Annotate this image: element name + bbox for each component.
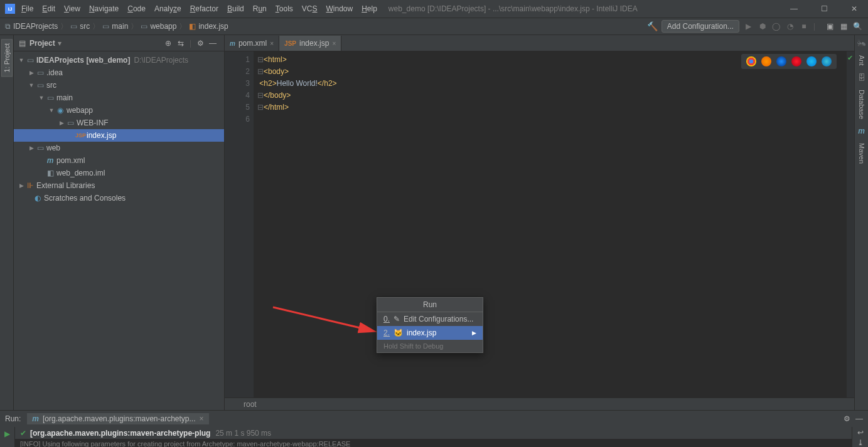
tree-item-scratches[interactable]: ◐ Scratches and Consoles: [14, 192, 224, 204]
right-tool-strip: 🐜 Ant 🗄 Database m Maven: [854, 35, 868, 410]
edit-icon: ✎: [394, 315, 400, 323]
search-everywhere-icon[interactable]: 🔍: [852, 22, 863, 31]
tree-item-main[interactable]: ▼ ▭ main: [14, 92, 224, 104]
tab-pom[interactable]: m pom.xml ×: [225, 36, 279, 51]
popup-title: Run: [377, 298, 483, 312]
edge-icon[interactable]: [822, 56, 832, 66]
close-tab-icon[interactable]: ×: [332, 40, 336, 47]
jsp-file-icon: JSP: [75, 132, 85, 139]
tree-twisty-icon[interactable]: ▼: [38, 95, 45, 101]
menu-file[interactable]: File: [21, 4, 33, 13]
editor-breadcrumb-item[interactable]: root: [244, 400, 257, 409]
console-output[interactable]: [INFO] Using following parameters for cr…: [15, 439, 852, 447]
tree-item-src[interactable]: ▼ ▭ src: [14, 79, 224, 92]
breadcrumb-item[interactable]: IDEAProjects: [13, 22, 58, 31]
run-task-tab[interactable]: m [org.apache.maven.plugins:maven-archet…: [27, 413, 208, 424]
tree-twisty-icon[interactable]: ▶: [58, 120, 65, 126]
project-panel-title[interactable]: Project: [29, 39, 55, 48]
ant-tool-icon[interactable]: 🐜: [857, 39, 866, 48]
opera-icon[interactable]: [791, 56, 801, 66]
run-console: ▶ ✔ [org.apache.maven.plugins:maven-arch…: [0, 427, 868, 447]
hide-panel-icon[interactable]: —: [206, 39, 219, 48]
stop-icon[interactable]: ■: [798, 22, 810, 31]
project-tool-tab[interactable]: 1: Project: [1, 39, 13, 76]
menu-view[interactable]: View: [64, 4, 80, 13]
maven-tool-icon[interactable]: m: [858, 127, 865, 135]
menu-analyze[interactable]: Analyze: [154, 4, 181, 13]
tree-twisty-icon[interactable]: ▼: [48, 107, 55, 113]
run-config-dropdown[interactable]: Add Configuration...: [662, 20, 739, 33]
rerun-icon[interactable]: ▶: [4, 429, 10, 438]
tree-item-external[interactable]: ▶ ⊪ External Libraries: [14, 179, 224, 192]
tree-item-idea[interactable]: ▶ ▭ .idea: [14, 66, 224, 79]
tree-twisty-icon[interactable]: ▼: [18, 57, 25, 63]
code-editor[interactable]: 1 2 3 4 5 6 ⊟<html> ⊟<body> <h2>Hello Wo…: [225, 51, 854, 397]
tree-twisty-icon[interactable]: ▼: [28, 82, 35, 88]
breadcrumb-item[interactable]: webapp: [150, 22, 176, 31]
titlebar: IJ File Edit View Navigate Code Analyze …: [0, 0, 868, 18]
editor-tabs: m pom.xml × JSP index.jsp ×: [225, 35, 854, 51]
firefox-icon[interactable]: [761, 56, 771, 66]
menu-edit[interactable]: Edit: [42, 4, 55, 13]
minimize-button[interactable]: —: [785, 4, 803, 13]
chevron-down-icon[interactable]: ▾: [58, 39, 62, 48]
popup-run-indexjsp[interactable]: 2. 🐱 index.jsp ▶: [377, 326, 483, 340]
menu-code[interactable]: Code: [127, 4, 146, 13]
select-target-icon[interactable]: ⊕: [162, 39, 174, 48]
close-tab-icon[interactable]: ×: [200, 414, 204, 423]
menu-tools[interactable]: Tools: [276, 4, 293, 13]
menu-vcs[interactable]: VCS: [302, 4, 318, 13]
database-tool-tab[interactable]: Database: [857, 86, 867, 123]
close-tab-icon[interactable]: ×: [270, 40, 274, 47]
menu-refactor[interactable]: Refactor: [190, 4, 218, 13]
maven-file-icon: m: [32, 414, 39, 423]
ant-tool-tab[interactable]: Ant: [857, 51, 867, 70]
jsp-file-icon: JSP: [284, 40, 296, 47]
breadcrumb-item[interactable]: main: [112, 22, 128, 31]
database-tool-icon[interactable]: 🗄: [858, 73, 865, 82]
menu-run[interactable]: Run: [253, 4, 267, 13]
settings-icon[interactable]: ▦: [838, 22, 849, 31]
gear-icon[interactable]: ⚙: [194, 39, 206, 48]
expand-all-icon[interactable]: ⇆: [174, 39, 187, 48]
menu-window[interactable]: Window: [326, 4, 353, 13]
code-content[interactable]: ⊟<html> ⊟<body> <h2>Hello World!</h2> ⊟<…: [254, 51, 847, 397]
tree-item-webinf[interactable]: ▶ ▭ WEB-INF: [14, 117, 224, 129]
gear-icon[interactable]: ⚙: [844, 414, 850, 423]
tree-twisty-icon[interactable]: ▶: [28, 145, 35, 151]
tree-item-pom[interactable]: m pom.xml: [14, 154, 224, 167]
run-icon[interactable]: ▶: [743, 22, 754, 31]
maven-tool-tab[interactable]: Maven: [857, 139, 867, 167]
tree-twisty-icon[interactable]: ▶: [28, 70, 35, 76]
debug-icon[interactable]: ⬢: [757, 22, 768, 31]
scroll-to-end-icon[interactable]: ⤓: [857, 438, 864, 447]
popup-edit-configurations[interactable]: 0. ✎ Edit Configurations...: [377, 312, 483, 326]
coverage-icon[interactable]: ◯: [771, 22, 782, 31]
safari-icon[interactable]: [776, 56, 786, 66]
inspection-ok-icon: ✔: [847, 54, 853, 62]
breadcrumb-item[interactable]: index.jsp: [198, 22, 228, 31]
close-button[interactable]: ✕: [845, 4, 863, 13]
tree-twisty-icon[interactable]: ▶: [18, 182, 25, 189]
ie-icon[interactable]: [806, 56, 817, 66]
project-structure-icon[interactable]: ▣: [824, 22, 835, 31]
tree-item-indexjsp[interactable]: JSP index.jsp: [14, 129, 224, 142]
chrome-icon[interactable]: [746, 56, 756, 66]
soft-wrap-icon[interactable]: ↩: [857, 428, 864, 437]
menu-help[interactable]: Help: [362, 4, 377, 13]
breadcrumb-item[interactable]: src: [80, 22, 90, 31]
tree-item-iml[interactable]: ◧ web_demo.iml: [14, 167, 224, 179]
tree-item-web[interactable]: ▶ ▭ web: [14, 142, 224, 154]
tree-item-webapp[interactable]: ▼ ◉ webapp: [14, 104, 224, 117]
build-icon[interactable]: 🔨: [647, 21, 658, 31]
console-task-name: [org.apache.maven.plugins:maven-archetyp…: [30, 429, 210, 438]
tree-root[interactable]: ▼ ▭ IDEAProjects [web_demo]D:\IDEAProjec…: [14, 54, 224, 66]
tab-index[interactable]: JSP index.jsp ×: [279, 36, 341, 51]
hide-panel-icon[interactable]: —: [855, 414, 863, 423]
profile-icon[interactable]: ◔: [785, 22, 796, 31]
console-right-toolbar: ↩ ⤓: [852, 427, 868, 447]
code-token: </h2>: [318, 79, 337, 88]
maximize-button[interactable]: ☐: [815, 4, 833, 13]
menu-build[interactable]: Build: [227, 4, 244, 13]
menu-navigate[interactable]: Navigate: [89, 4, 119, 13]
